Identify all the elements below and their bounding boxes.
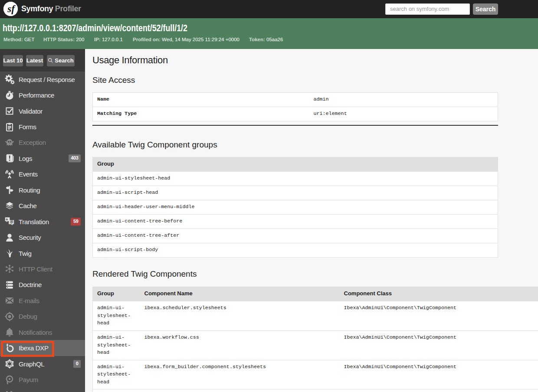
svg-text:sf: sf [7,3,16,14]
svg-text:示: 示 [10,220,14,224]
